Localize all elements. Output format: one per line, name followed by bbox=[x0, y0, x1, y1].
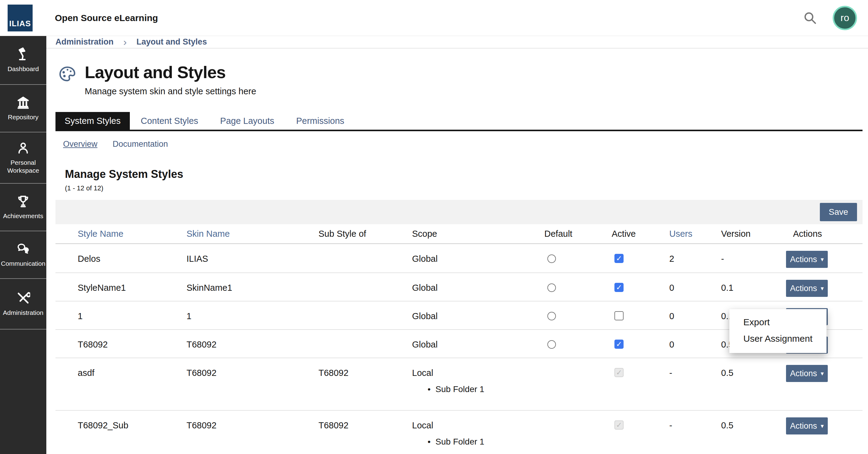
search-icon bbox=[803, 11, 817, 25]
column-version: Version bbox=[719, 229, 786, 239]
table-row: Delos ILIAS Global ✓ 2 - Actions▾ bbox=[56, 244, 863, 273]
avatar[interactable]: ro bbox=[833, 6, 857, 30]
sub-style-cell bbox=[318, 244, 412, 253]
menu-item-export[interactable]: Export bbox=[729, 314, 827, 331]
actions-button[interactable]: Actions▾ bbox=[786, 251, 828, 268]
table-row: asdf T68092 T68092 Local •Sub Folder 1 ✓… bbox=[56, 358, 863, 411]
default-radio[interactable] bbox=[547, 340, 556, 349]
sidebar-item-administration[interactable]: Administration bbox=[0, 279, 46, 330]
sidebar-item-repository[interactable]: Repository bbox=[0, 85, 46, 133]
active-checkbox[interactable]: ✓ bbox=[614, 283, 624, 292]
active-checkbox[interactable]: ✓ bbox=[614, 340, 624, 349]
palette-icon bbox=[58, 65, 77, 84]
search-button[interactable] bbox=[801, 9, 819, 27]
skin-name-cell: T68092 bbox=[187, 330, 318, 350]
default-radio[interactable] bbox=[547, 254, 556, 263]
active-checkbox[interactable]: ✓ bbox=[614, 311, 624, 320]
lamp-icon bbox=[16, 47, 30, 61]
column-sub-style-of: Sub Style of bbox=[318, 229, 412, 239]
users-cell: - bbox=[666, 358, 719, 379]
style-name-cell: Delos bbox=[56, 244, 187, 265]
menu-item-user-assignment[interactable]: User Assignment bbox=[729, 331, 827, 347]
main-sidebar: Dashboard Repository Personal Workspace bbox=[0, 36, 46, 454]
page-header: Layout and Styles Manage system skin and… bbox=[56, 63, 863, 97]
chevron-down-icon: ▾ bbox=[821, 370, 824, 376]
tab-system-styles[interactable]: System Styles bbox=[56, 112, 130, 130]
app-title: Open Source eLearning bbox=[55, 13, 158, 23]
tab-bar: System Styles Content Styles Page Layout… bbox=[56, 112, 863, 131]
default-radio[interactable] bbox=[547, 312, 556, 320]
column-style-name[interactable]: Style Name bbox=[56, 229, 187, 239]
users-cell: 2 bbox=[666, 244, 719, 265]
sidebar-item-label: Repository bbox=[0, 113, 46, 121]
column-active: Active bbox=[612, 229, 666, 239]
chevron-down-icon: ▾ bbox=[821, 285, 824, 291]
tab-content-styles[interactable]: Content Styles bbox=[130, 112, 209, 130]
sidebar-item-personal-workspace[interactable]: Personal Workspace bbox=[0, 133, 46, 184]
sidebar-item-dashboard[interactable]: Dashboard bbox=[0, 36, 46, 85]
version-cell: 0.5 bbox=[719, 411, 786, 431]
style-name-cell: asdf bbox=[56, 358, 187, 379]
column-users[interactable]: Users bbox=[666, 229, 719, 239]
skin-name-cell: 1 bbox=[187, 302, 318, 322]
sidebar-item-achievements[interactable]: Achievements bbox=[0, 184, 46, 231]
chevron-right-icon: › bbox=[123, 36, 127, 48]
sub-style-cell bbox=[318, 302, 412, 310]
bullet-icon: • bbox=[428, 385, 431, 394]
bank-icon bbox=[16, 95, 30, 110]
default-radio[interactable] bbox=[547, 283, 556, 292]
style-name-cell: StyleName1 bbox=[56, 273, 187, 294]
tools-icon bbox=[16, 291, 30, 305]
users-cell: - bbox=[666, 411, 719, 431]
active-checkbox[interactable]: ✓ bbox=[614, 254, 624, 263]
result-range: (1 - 12 of 12) bbox=[65, 184, 863, 192]
users-cell: 0 bbox=[666, 330, 719, 350]
version-cell: - bbox=[719, 244, 786, 265]
page-title: Layout and Styles bbox=[85, 63, 256, 82]
subtab-overview[interactable]: Overview bbox=[63, 139, 97, 149]
active-checkbox-disabled: ✓ bbox=[614, 420, 624, 430]
sub-style-cell bbox=[318, 330, 412, 338]
sidebar-item-label: Communication bbox=[0, 260, 46, 267]
skin-name-cell: SkinName1 bbox=[187, 273, 318, 294]
scope-cell: Local •Sub Folder 1 bbox=[412, 358, 544, 395]
version-cell: 0.1 bbox=[719, 273, 786, 294]
skin-name-cell: ILIAS bbox=[187, 244, 318, 265]
actions-button[interactable]: Actions▾ bbox=[786, 417, 828, 434]
sidebar-item-communication[interactable]: Communication bbox=[0, 231, 46, 279]
sub-style-cell bbox=[318, 273, 412, 282]
tab-permissions[interactable]: Permissions bbox=[285, 112, 355, 130]
avatar-initials: ro bbox=[841, 12, 849, 24]
page-subtitle: Manage system skin and style settings he… bbox=[85, 86, 256, 97]
column-skin-name[interactable]: Skin Name bbox=[187, 229, 318, 239]
ilias-logo[interactable]: ILIAS bbox=[8, 5, 33, 31]
users-cell: 0 bbox=[666, 302, 719, 322]
actions-button-open[interactable]: Actions▾ bbox=[786, 280, 828, 297]
subtab-bar: Overview Documentation bbox=[56, 139, 863, 149]
logo-text: ILIAS bbox=[9, 19, 31, 28]
column-actions: Actions bbox=[786, 229, 863, 239]
sidebar-item-label: Achievements bbox=[0, 212, 46, 220]
sidebar-filler bbox=[0, 330, 46, 454]
breadcrumb: Administration › Layout and Styles bbox=[46, 36, 868, 49]
actions-button[interactable]: Actions▾ bbox=[786, 365, 828, 382]
tab-page-layouts[interactable]: Page Layouts bbox=[209, 112, 285, 130]
style-name-cell: T68092 bbox=[56, 330, 187, 350]
person-icon bbox=[16, 141, 30, 155]
sidebar-item-label: Administration bbox=[0, 309, 46, 317]
sub-style-cell: T68092 bbox=[318, 411, 412, 431]
breadcrumb-layout-and-styles[interactable]: Layout and Styles bbox=[136, 37, 207, 47]
table-header: Style Name Skin Name Sub Style of Scope … bbox=[56, 224, 863, 244]
save-button[interactable]: Save bbox=[820, 203, 857, 221]
table-toolbar: Save bbox=[56, 200, 863, 224]
scope-cell: Global bbox=[412, 273, 544, 294]
breadcrumb-administration[interactable]: Administration bbox=[56, 37, 114, 47]
section-heading: Manage System Styles bbox=[65, 168, 863, 181]
style-name-cell: T68092_Sub bbox=[56, 411, 187, 431]
scope-cell: Global bbox=[412, 302, 544, 322]
trophy-icon bbox=[16, 194, 30, 208]
actions-dropdown-menu: Export User Assignment bbox=[729, 309, 827, 353]
top-bar: ILIAS Open Source eLearning ro bbox=[0, 0, 868, 36]
column-scope: Scope bbox=[412, 229, 544, 239]
subtab-documentation[interactable]: Documentation bbox=[113, 139, 168, 149]
